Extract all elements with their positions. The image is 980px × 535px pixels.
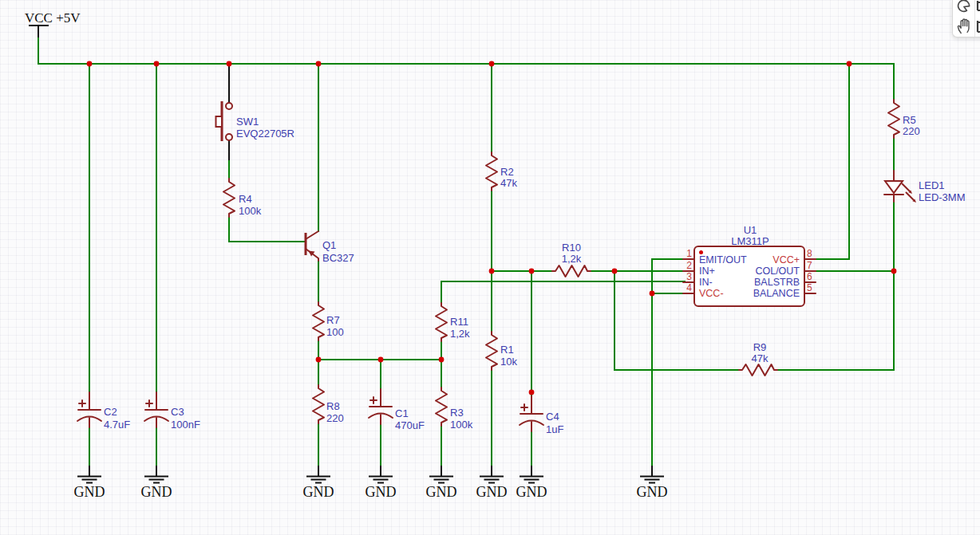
c4-ref[interactable]: C4: [546, 411, 559, 423]
r7-ref[interactable]: R7: [326, 314, 340, 326]
sw1-button-nub: [216, 116, 223, 127]
component-r1[interactable]: R1 10k: [486, 332, 517, 370]
component-r11[interactable]: R11 1,2k: [436, 303, 470, 341]
component-r3[interactable]: R3 100k: [436, 387, 473, 431]
r5-ref[interactable]: R5: [903, 114, 916, 126]
u1-pin2-number: 2: [686, 260, 692, 271]
component-u1[interactable]: U1 LM311P 1 2 3 4 8 7 6 5 EMIT/OUT IN+ I…: [683, 224, 816, 306]
component-c4[interactable]: C4 1uF: [520, 396, 563, 435]
r4-body: [223, 179, 235, 217]
sw1-value[interactable]: EVQ22705R: [236, 128, 294, 140]
gnd-glyph: [641, 466, 663, 483]
wire-ic-pin1-pin4-gnd[interactable]: [652, 259, 685, 466]
gnd-symbol-3[interactable]: GND: [303, 466, 334, 500]
sw1-pin-top: [226, 103, 232, 109]
r8-body: [313, 385, 324, 423]
r5-value[interactable]: 220: [903, 125, 920, 137]
c4-value[interactable]: 1uF: [546, 423, 563, 435]
u1-pin1-name: EMIT/OUT: [699, 254, 747, 266]
gnd-label[interactable]: GND: [516, 484, 547, 500]
component-q1[interactable]: Q1 BC327: [306, 231, 354, 264]
gnd-glyph: [369, 466, 392, 483]
vcc-power-flag[interactable]: VCC +5V: [25, 10, 81, 37]
pan-tool-button[interactable]: [954, 17, 974, 34]
c1-ref[interactable]: C1: [395, 407, 409, 419]
led1-triangle: [885, 181, 903, 193]
r10-value[interactable]: 1,2k: [562, 253, 582, 265]
gnd-symbol-6[interactable]: GND: [476, 466, 508, 500]
component-r8[interactable]: R8 220: [313, 385, 344, 424]
r2-value[interactable]: 47k: [500, 177, 517, 189]
r10-ref[interactable]: R10: [562, 242, 581, 254]
r1-body: [486, 332, 497, 370]
r1-value[interactable]: 10k: [500, 356, 517, 368]
gnd-symbol-5[interactable]: GND: [426, 466, 457, 500]
component-c1[interactable]: C1 470uF: [369, 389, 425, 431]
u1-pin2-name: IN+: [699, 266, 715, 277]
u1-pin4-name: VCC-: [699, 288, 724, 299]
q1-collector: [306, 231, 318, 239]
component-r4[interactable]: R4 100k: [223, 179, 262, 217]
r2-ref[interactable]: R2: [500, 166, 514, 178]
gnd-glyph: [480, 466, 503, 483]
wire-in-minus[interactable]: [441, 281, 685, 303]
component-c3[interactable]: C3 100nF: [144, 392, 200, 431]
gnd-symbol-2[interactable]: GND: [141, 466, 172, 500]
r11-ref[interactable]: R11: [450, 316, 468, 328]
led1-value[interactable]: LED-3MM: [919, 191, 966, 203]
schematic-canvas[interactable]: VCC +5V SW1 EVQ22705R R4 100k R7 100 R8 …: [0, 0, 980, 535]
gnd-symbol-8[interactable]: GND: [637, 466, 668, 500]
c3-ref[interactable]: C3: [171, 406, 184, 418]
component-r2[interactable]: R2 47k: [486, 152, 517, 191]
component-c2[interactable]: C2 4.7uF: [77, 392, 130, 431]
component-sw1[interactable]: SW1 EVQ22705R: [216, 65, 295, 159]
c2-ref[interactable]: C2: [104, 406, 117, 418]
r3-ref[interactable]: R3: [450, 407, 464, 419]
gnd-label[interactable]: GND: [74, 484, 105, 500]
c1-value[interactable]: 470uF: [395, 419, 425, 431]
component-r7[interactable]: R7 100: [313, 302, 344, 340]
r4-ref[interactable]: R4: [239, 193, 252, 205]
gnd-glyph: [78, 466, 101, 483]
r4-value[interactable]: 100k: [239, 205, 262, 217]
pan-hand-icon: [956, 18, 972, 34]
r3-value[interactable]: 100k: [450, 419, 473, 431]
r1-ref[interactable]: R1: [500, 344, 514, 356]
r2-body: [486, 152, 497, 191]
component-led1[interactable]: LED1 LED-3MM: [884, 171, 966, 203]
c2-value[interactable]: 4.7uF: [104, 419, 130, 431]
sw1-ref[interactable]: SW1: [236, 116, 259, 128]
r9-value[interactable]: 47k: [752, 352, 769, 364]
r11-value[interactable]: 1,2k: [450, 328, 470, 340]
u1-pin8-number: 8: [807, 248, 812, 259]
rotate-tool-button[interactable]: [954, 0, 974, 15]
r8-value[interactable]: 220: [326, 412, 344, 424]
u1-pin1-number: 1: [686, 248, 692, 259]
c1-plus: [370, 397, 377, 403]
gnd-label[interactable]: GND: [476, 484, 508, 500]
component-r5[interactable]: R5 220: [888, 100, 920, 138]
clipped-icons-fragment: [975, 0, 980, 37]
led1-ref[interactable]: LED1: [919, 179, 945, 191]
vcc-label[interactable]: VCC +5V: [25, 10, 81, 26]
wire-mid-node[interactable]: [318, 340, 441, 389]
gnd-label[interactable]: GND: [426, 484, 457, 500]
c3-value[interactable]: 100nF: [171, 419, 200, 431]
clipped-toolbar-icons[interactable]: [975, 0, 980, 37]
gnd-label[interactable]: GND: [303, 484, 334, 500]
gnd-label[interactable]: GND: [637, 484, 668, 500]
q1-ref[interactable]: Q1: [322, 239, 336, 251]
gnd-label[interactable]: GND: [366, 484, 397, 500]
gnd-symbol-1[interactable]: GND: [74, 466, 105, 500]
q1-value[interactable]: BC327: [322, 252, 354, 264]
gnd-label[interactable]: GND: [141, 484, 172, 500]
u1-value[interactable]: LM311P: [731, 235, 769, 247]
gnd-symbol-4[interactable]: GND: [366, 466, 397, 500]
u1-ref[interactable]: U1: [744, 224, 757, 236]
gnd-symbol-7[interactable]: GND: [516, 466, 547, 500]
r8-ref[interactable]: R8: [326, 400, 340, 412]
r7-value[interactable]: 100: [326, 326, 344, 338]
component-r9[interactable]: R9 47k: [739, 341, 777, 376]
component-r10[interactable]: R10 1,2k: [552, 242, 591, 277]
r9-ref[interactable]: R9: [753, 341, 767, 353]
